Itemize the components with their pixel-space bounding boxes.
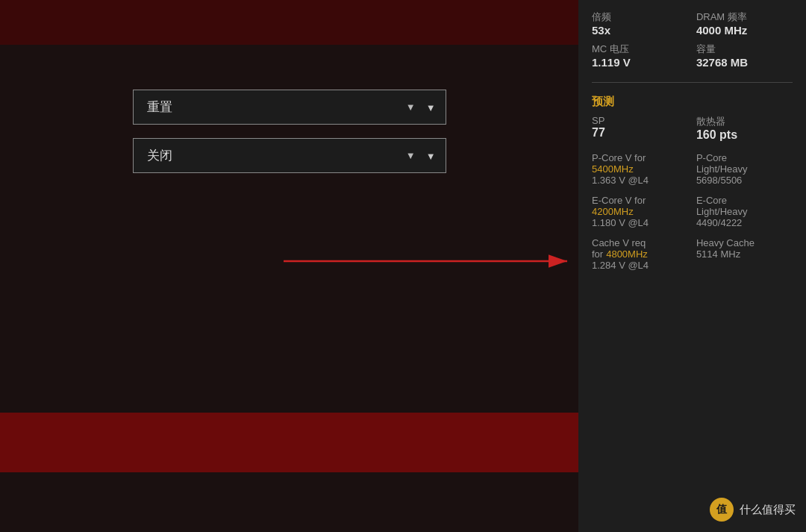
mc-capacity-row: MC 电压 1.119 V 容量 32768 MB xyxy=(592,43,793,69)
reset-label: 重置 xyxy=(147,98,172,116)
ecore-lh-col: E-Core Light/Heavy 4490/4222 xyxy=(696,195,793,228)
very-bottom-bar xyxy=(0,472,578,532)
ecore-v-for-label: E-Core V for xyxy=(592,195,688,206)
close-label: 关闭 xyxy=(147,147,172,164)
sp-label: SP xyxy=(592,115,688,126)
ecore-v-col: E-Core V for 4200MHz 1.180 V @L4 xyxy=(592,195,688,228)
pcore-lh-sub: Light/Heavy xyxy=(696,163,793,175)
reset-dropdown[interactable]: 重置 ▼ xyxy=(133,90,446,125)
mc-voltage-label: MC 电压 xyxy=(592,43,688,56)
cache-v-req-label: Cache V req xyxy=(592,237,688,248)
sp-heatsink-row: SP 77 散热器 160 pts xyxy=(592,115,793,142)
heavy-cache-col: Heavy Cache 5114 MHz xyxy=(696,237,793,271)
watermark: 值 什么值得买 xyxy=(710,498,796,522)
pcore-row: P-Core V for 5400MHz 1.363 V @L4 P-Core … xyxy=(592,152,793,186)
mc-voltage-col: MC 电压 1.119 V xyxy=(592,43,688,69)
ecore-freq-yellow: 4200MHz xyxy=(592,206,688,217)
close-dropdown-wrapper[interactable]: 关闭 ▼ xyxy=(133,138,446,173)
pcore-lh-value: 5698/5506 xyxy=(696,175,793,186)
cache-v-col: Cache V req for 4800MHz 1.284 V @L4 xyxy=(592,237,688,271)
heatsink-value: 160 pts xyxy=(696,128,793,142)
top-dark-bar xyxy=(0,0,578,45)
ecore-row: E-Core V for 4200MHz 1.180 V @L4 E-Core … xyxy=(592,195,793,228)
pcore-v-for-label: P-Core V for xyxy=(592,152,688,163)
cache-v-value: 1.284 V @L4 xyxy=(592,260,688,271)
watermark-text: 什么值得买 xyxy=(740,503,796,517)
pcore-v-value: 1.363 V @L4 xyxy=(592,175,688,186)
right-panel: 倍频 53x DRAM 频率 4000 MHz MC 电压 1.119 V 容量… xyxy=(578,0,806,532)
divider-1 xyxy=(592,82,793,83)
sp-value: 77 xyxy=(592,126,688,140)
heatsink-label: 散热器 xyxy=(696,115,793,128)
capacity-value: 32768 MB xyxy=(696,56,793,69)
pcore-lh-label: P-Core xyxy=(696,152,793,163)
mc-voltage-value: 1.119 V xyxy=(592,56,688,69)
controls-area: 重置 ▼ 关闭 ▼ xyxy=(0,90,578,173)
ecore-lh-value: 4490/4222 xyxy=(696,217,793,228)
ecore-v-value: 1.180 V @L4 xyxy=(592,217,688,228)
pcore-freq-yellow: 5400MHz xyxy=(592,163,688,175)
sp-col: SP 77 xyxy=(592,115,688,142)
heavy-cache-label: Heavy Cache xyxy=(696,237,793,248)
heatsink-col: 散热器 160 pts xyxy=(696,115,793,142)
multiplier-label: 倍频 xyxy=(592,10,688,24)
dram-col: DRAM 频率 4000 MHz xyxy=(696,10,793,37)
watermark-icon: 值 xyxy=(710,498,734,522)
bottom-dark-bar xyxy=(0,413,578,472)
multiplier-dram-row: 倍频 53x DRAM 频率 4000 MHz xyxy=(592,10,793,37)
pcore-v-col: P-Core V for 5400MHz 1.363 V @L4 xyxy=(592,152,688,186)
prediction-title: 预测 xyxy=(592,95,793,109)
dropdown-arrow-1: ▼ xyxy=(406,101,416,113)
multiplier-col: 倍频 53x xyxy=(592,10,688,37)
close-dropdown[interactable]: 关闭 ▼ xyxy=(133,138,446,173)
multiplier-value: 53x xyxy=(592,24,688,37)
heavy-cache-value: 5114 MHz xyxy=(696,248,793,260)
dram-label: DRAM 频率 xyxy=(696,10,793,24)
cache-freq-for: for xyxy=(592,248,603,260)
capacity-label: 容量 xyxy=(696,43,793,56)
reset-dropdown-wrapper[interactable]: 重置 ▼ xyxy=(133,90,446,125)
left-panel: 重置 ▼ 关闭 ▼ xyxy=(0,0,578,532)
cache-row: Cache V req for 4800MHz 1.284 V @L4 Heav… xyxy=(592,237,793,271)
ecore-lh-label: E-Core xyxy=(696,195,793,206)
capacity-col: 容量 32768 MB xyxy=(696,43,793,69)
dram-value: 4000 MHz xyxy=(696,24,793,37)
cache-freq-yellow: 4800MHz xyxy=(606,248,648,260)
pcore-lh-col: P-Core Light/Heavy 5698/5506 xyxy=(696,152,793,186)
ecore-lh-sub: Light/Heavy xyxy=(696,206,793,217)
dropdown-arrow-2: ▼ xyxy=(406,150,416,161)
